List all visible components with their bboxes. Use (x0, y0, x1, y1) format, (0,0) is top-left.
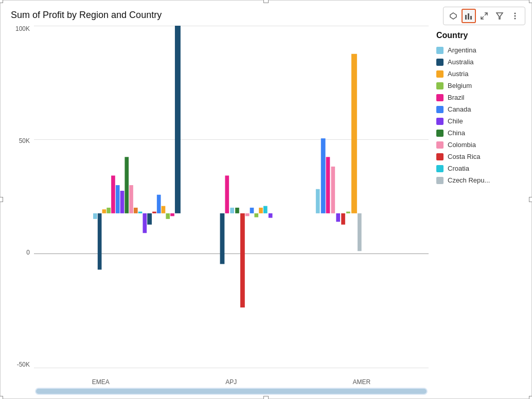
legend-label: Czech Repu... (448, 176, 490, 184)
resize-br[interactable] (529, 396, 532, 399)
scrollbar-thumb[interactable] (36, 389, 427, 394)
legend-swatch (436, 59, 444, 66)
legend-label: Croatia (448, 165, 469, 172)
legend-item: Chile (436, 117, 524, 125)
bar-emea-chile-neg (143, 213, 147, 233)
bar-apj-col (245, 213, 250, 216)
y-axis: 100K 50K 0 -50K (6, 26, 34, 398)
grid-line-neg50k (34, 368, 429, 368)
legend-swatch (436, 141, 444, 149)
bar-emea-bel2 (166, 213, 170, 219)
legend-item: Austria (436, 70, 524, 78)
bar-emea-canada (116, 185, 120, 213)
x-axis: EMEA APJ AMER (34, 378, 429, 386)
resize-tr[interactable] (529, 0, 532, 3)
legend-swatch (436, 177, 444, 184)
legend-area: Country ArgentinaAustraliaAustriaBelgium… (429, 26, 531, 398)
y-axis-area: 100K 50K 0 -50K (6, 26, 429, 398)
legend-swatch (436, 153, 444, 160)
bar-emea-croatia (138, 212, 143, 213)
resize-tl[interactable] (0, 0, 3, 3)
bar-emea-brazil (111, 175, 115, 213)
chart-area: 100K 50K 0 -50K (1, 26, 429, 398)
svg-point-8 (515, 15, 516, 17)
hint-button[interactable] (446, 9, 460, 23)
expand-button[interactable] (477, 9, 491, 23)
legend-label: Colombia (448, 141, 476, 149)
resize-tm[interactable] (263, 0, 269, 3)
bar-apj-arg (230, 208, 234, 213)
bar-emea-belgium (107, 208, 111, 213)
bar-amer-cze (358, 213, 362, 251)
bar-apj-aut (259, 208, 263, 213)
bar-emea-china (125, 157, 129, 213)
chart-container: Sum of Profit by Region and Country 100K… (0, 0, 532, 399)
resize-ml[interactable] (0, 197, 3, 202)
y-label-50k: 50K (19, 138, 30, 144)
bar-amer-bra (326, 157, 330, 213)
legend-item: Argentina (436, 46, 524, 54)
legend-swatch (436, 165, 444, 172)
y-label-100k: 100K (15, 26, 30, 32)
legend-item: Australia (436, 58, 524, 66)
resize-bl[interactable] (0, 396, 3, 399)
bar-apj-cr-big-neg (240, 213, 245, 307)
bar-emea-cr2 (152, 212, 156, 213)
chart-body: 100K 50K 0 -50K (1, 21, 531, 398)
bar-amer-chi (336, 213, 340, 222)
x-label-amer: AMER (353, 378, 371, 386)
bar-apj-chi (269, 213, 273, 218)
legend-swatch (436, 70, 444, 78)
bar-amer-cr (341, 213, 345, 225)
x-label-apj: APJ (225, 378, 237, 386)
legend-title: Country (436, 31, 524, 40)
chart-toolbar (443, 7, 525, 25)
bar-emea-bra2 (170, 213, 174, 216)
bar-apj-bel (254, 213, 258, 217)
legend-label: Belgium (448, 82, 472, 89)
bar-apj-china (235, 208, 239, 213)
legend-item: Belgium (436, 82, 524, 89)
scrollbar-track[interactable] (35, 388, 428, 395)
legend-label: Chile (448, 117, 463, 125)
bar-emea-colombia (129, 185, 133, 213)
scrollbar-area[interactable] (34, 388, 429, 396)
legend-item: Costa Rica (436, 153, 524, 160)
legend-swatch (436, 47, 444, 54)
bar-emea-aus-big (175, 26, 181, 213)
resize-mr[interactable] (529, 197, 532, 202)
svg-rect-1 (465, 15, 467, 20)
bar-amer-col (331, 167, 335, 213)
legend-item: Czech Repu... (436, 176, 524, 184)
filter-button[interactable] (492, 9, 507, 23)
legend-items: ArgentinaAustraliaAustriaBelgiumBrazilCa… (436, 46, 524, 188)
bar-emea-austria (102, 209, 107, 213)
plot-area: EMEA APJ AMER (34, 26, 429, 398)
bar-apj-cro (263, 206, 268, 213)
legend-label: Brazil (448, 94, 465, 101)
bar-emea-aus2 (147, 213, 152, 225)
svg-marker-6 (496, 13, 503, 19)
svg-rect-2 (468, 13, 469, 20)
more-button[interactable] (508, 9, 522, 23)
legend-swatch (436, 118, 444, 125)
legend-swatch (436, 94, 444, 101)
bar-amer-aut-big (351, 54, 357, 213)
bars-chart (34, 26, 429, 307)
svg-point-9 (515, 18, 516, 20)
legend-item: China (436, 129, 524, 137)
x-label-emea: EMEA (92, 378, 110, 386)
legend-item: Croatia (436, 165, 524, 172)
legend-label: Austria (448, 70, 468, 78)
svg-marker-0 (450, 13, 456, 19)
legend-label: Costa Rica (448, 153, 481, 160)
y-label-0: 0 (26, 249, 30, 256)
y-label-neg50k: -50K (17, 361, 30, 368)
legend-item: Canada (436, 105, 524, 113)
legend-swatch (436, 106, 444, 113)
bar-emea-costarica (134, 208, 138, 213)
bar-chart-button[interactable] (462, 9, 476, 23)
legend-swatch (436, 82, 444, 89)
bar-amer-bel (346, 212, 350, 213)
bar-apj-brazil (225, 175, 229, 213)
